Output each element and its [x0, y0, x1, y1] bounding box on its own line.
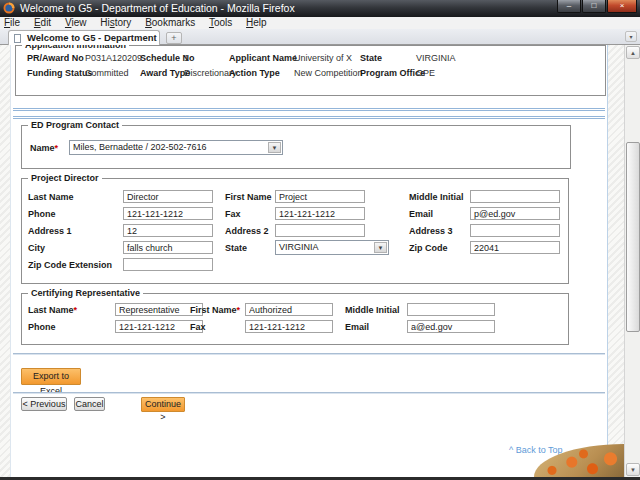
menu-history[interactable]: History — [96, 17, 135, 29]
certifying-representative-section: Certifying Representative Last Name* Fir… — [21, 293, 569, 345]
window-title: Welcome to G5 - Department of Education … — [20, 0, 295, 17]
cr-phone-label: Phone — [28, 322, 56, 332]
cr-middle-initial-label: Middle Initial — [345, 305, 400, 315]
application-information-legend: Application Information — [22, 45, 129, 50]
cancel-button[interactable]: Cancel — [74, 397, 105, 411]
project-director-section: Project Director Last Name First Name Mi… — [21, 178, 569, 284]
back-to-top-link[interactable]: ^ Back to Top — [509, 445, 563, 455]
pd-address2-input[interactable] — [275, 224, 365, 237]
certifying-representative-legend: Certifying Representative — [28, 288, 143, 298]
separator-bottom-1 — [13, 353, 605, 355]
cr-first-name-label: First Name* — [190, 305, 240, 315]
pd-city-label: City — [28, 243, 45, 253]
separator-double-2 — [13, 116, 605, 119]
state-label: State — [360, 53, 382, 63]
title-bar: Welcome to G5 - Department of Education … — [0, 0, 640, 17]
scroll-up-icon[interactable]: ▲ — [626, 46, 640, 59]
pd-address1-input[interactable] — [123, 224, 213, 237]
pd-email-label: Email — [409, 209, 433, 219]
menu-tools[interactable]: Tools — [205, 17, 236, 29]
ed-program-contact-legend: ED Program Contact — [28, 120, 122, 130]
cr-last-name-label: Last Name* — [28, 305, 77, 315]
award-type-label: Award Type — [140, 68, 190, 78]
cr-fax-input[interactable] — [245, 320, 333, 333]
pd-first-name-label: First Name — [225, 192, 272, 202]
separator-double-1 — [13, 108, 605, 111]
pd-fax-input[interactable] — [275, 207, 365, 220]
continue-button[interactable]: Continue > — [141, 397, 185, 412]
scrollbar-thumb[interactable] — [626, 142, 640, 332]
pd-address2-label: Address 2 — [225, 226, 269, 236]
page-content: Application Information PR/Award No P031… — [10, 45, 608, 477]
pd-middle-initial-label: Middle Initial — [409, 192, 464, 202]
cr-middle-initial-input[interactable] — [407, 303, 495, 316]
ed-program-contact-section: ED Program Contact Name* Miles, Bernadet… — [21, 125, 571, 169]
firefox-icon — [3, 2, 15, 14]
page-icon — [14, 34, 21, 43]
program-office-value: OPE — [416, 68, 435, 78]
content-viewport: Application Information PR/Award No P031… — [0, 45, 640, 477]
combo-arrow-icon[interactable]: ▼ — [268, 142, 281, 153]
schedule-no-value: 1 — [184, 53, 189, 63]
pd-state-select[interactable]: VIRGINIA ▼ — [275, 240, 389, 255]
combo-arrow-icon[interactable]: ▼ — [374, 242, 387, 253]
list-tabs-button[interactable]: ▾ — [625, 31, 637, 42]
cr-email-label: Email — [345, 322, 369, 332]
funding-status-value: Committed — [85, 68, 129, 78]
window-controls: – □ × — [556, 0, 637, 13]
menu-help[interactable]: Help — [242, 17, 271, 29]
state-value: VIRGINIA — [416, 53, 456, 63]
application-information-section: Application Information PR/Award No P031… — [15, 45, 606, 96]
tab-title: Welcome to G5 - Department of Edu... — [27, 32, 160, 43]
previous-button[interactable]: < Previous — [21, 397, 67, 411]
tab-welcome-g5[interactable]: Welcome to G5 - Department of Edu... — [8, 30, 160, 45]
pd-address1-label: Address 1 — [28, 226, 72, 236]
menu-bookmarks[interactable]: Bookmarks — [141, 17, 199, 29]
pd-email-input[interactable] — [470, 207, 560, 220]
pd-state-label: State — [225, 243, 247, 253]
menu-edit[interactable]: Edit — [30, 17, 55, 29]
pd-zip-ext-label: Zip Code Extension — [28, 260, 112, 270]
applicant-name-value: University of X — [294, 53, 352, 63]
separator-bottom-2 — [13, 392, 605, 394]
pr-award-no-value: P031A120209 — [85, 53, 142, 63]
maximize-button[interactable]: □ — [582, 0, 606, 13]
new-tab-button[interactable]: + — [166, 32, 182, 44]
pd-last-name-input[interactable] — [123, 190, 213, 203]
pd-address3-label: Address 3 — [409, 226, 453, 236]
pd-last-name-label: Last Name — [28, 192, 74, 202]
pd-first-name-input[interactable] — [275, 190, 365, 203]
cr-fax-label: Fax — [190, 322, 206, 332]
browser-window: Welcome to G5 - Department of Education … — [0, 0, 640, 480]
pd-city-input[interactable] — [123, 241, 213, 254]
menu-bar: File Edit View History Bookmarks Tools H… — [0, 17, 640, 29]
menu-view[interactable]: View — [61, 17, 91, 29]
scroll-down-icon[interactable]: ▼ — [626, 463, 640, 476]
close-button[interactable]: × — [607, 0, 637, 13]
pd-phone-label: Phone — [28, 209, 56, 219]
minimize-button[interactable]: – — [557, 0, 581, 13]
pd-address3-input[interactable] — [470, 224, 560, 237]
applicant-name-label: Applicant Name — [229, 53, 297, 63]
vertical-scrollbar[interactable]: ▲ ▼ — [624, 45, 640, 477]
funding-status-label: Funding Status — [27, 68, 93, 78]
project-director-legend: Project Director — [28, 173, 102, 183]
action-type-label: Action Type — [229, 68, 280, 78]
ed-contact-name-label: Name* — [30, 143, 58, 153]
tab-bar: Welcome to G5 - Department of Edu... + ▾ — [0, 29, 640, 45]
cr-email-input[interactable] — [407, 320, 495, 333]
pd-fax-label: Fax — [225, 209, 241, 219]
pr-award-no-label: PR/Award No — [27, 53, 84, 63]
action-type-value: New Competition — [294, 68, 363, 78]
cr-first-name-input[interactable] — [245, 303, 333, 316]
pd-zip-label: Zip Code — [409, 243, 448, 253]
pd-middle-initial-input[interactable] — [470, 190, 560, 203]
ed-contact-name-select[interactable]: Miles, Bernadette / 202-502-7616 ▼ — [69, 140, 283, 155]
menu-file[interactable]: File — [0, 17, 24, 29]
pd-zip-ext-input[interactable] — [123, 258, 213, 271]
pd-phone-input[interactable] — [123, 207, 213, 220]
pd-zip-input[interactable] — [470, 241, 560, 254]
export-to-excel-button[interactable]: Export to Excel — [21, 368, 81, 385]
